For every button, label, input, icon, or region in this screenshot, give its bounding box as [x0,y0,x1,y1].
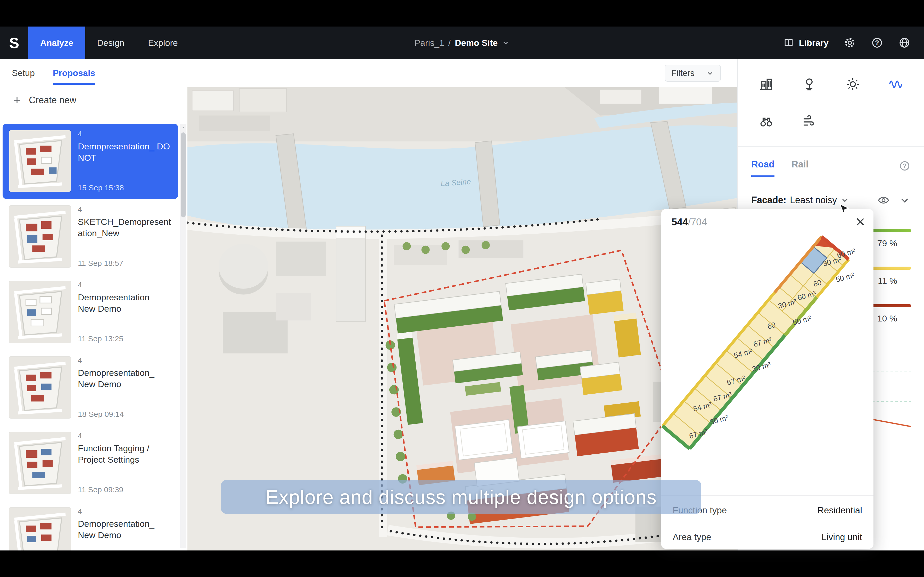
mouse-cursor [838,203,850,215]
eye-icon[interactable] [877,194,890,206]
panel-help-icon[interactable]: ? [899,160,911,172]
sun-icon[interactable] [841,73,865,96]
top-navigation: S Analyze Design Explore Paris_1 / Demo … [0,27,924,59]
noise-icon[interactable] [884,73,908,96]
tab-proposals[interactable]: Proposals [53,68,95,85]
proposal-timestamp: 18 Sep 09:14 [78,410,172,419]
close-icon[interactable] [854,215,867,228]
proposal-thumbnail [9,281,71,343]
proposals-sidebar: Setup Proposals Create new 4 Demopresent… [0,59,187,550]
create-new-button[interactable]: Create new [0,86,187,114]
proposal-count-badge: 4 [78,281,172,289]
proposal-card[interactable]: 4 Demopresentation_ DO NOT 15 Sep 15:38 [3,124,178,199]
scrollbar-thumb[interactable] [181,132,186,218]
filters-label: Filters [671,68,695,78]
breadcrumb[interactable]: Paris_1 / Demo Site [415,27,510,59]
proposal-count-badge: 4 [78,356,172,364]
proposal-thumbnail [9,130,71,192]
nav-right-actions: Library ? [783,37,924,49]
thumbnail-map [9,206,71,267]
create-new-label: Create new [29,95,76,106]
proposal-card[interactable]: 4 Demopresentation_ New Demo 11 Sep 13:2… [3,275,178,350]
proposal-card[interactable]: 4 Demopresentation_ New Demo [3,501,178,550]
proposal-timestamp: 11 Sep 13:25 [78,334,172,343]
breadcrumb-separator: / [448,38,451,48]
thumbnail-map [9,131,71,192]
breadcrumb-project: Paris_1 [415,38,444,48]
proposal-title: Demopresentation_ New Demo [78,367,172,390]
tab-setup[interactable]: Setup [12,68,35,85]
proposal-thumbnail [9,356,71,419]
collapse-chevron-icon[interactable] [899,194,911,206]
tab-rail[interactable]: Rail [792,159,809,177]
facade-label: Facade: [751,195,786,206]
city-map-3d[interactable]: La Seine [187,59,737,550]
proposal-count-badge: 4 [78,205,172,214]
proposal-title: Demopresentation_ New Demo [78,518,172,541]
svg-text:?: ? [875,39,879,47]
proposal-count-badge: 4 [78,507,172,516]
library-button[interactable]: Library [783,37,829,48]
area-type-row: Area type Living unit [661,525,874,549]
library-label: Library [799,38,829,48]
tab-road[interactable]: Road [751,159,774,177]
proposal-thumbnail [9,205,71,268]
proposal-timestamp: 11 Sep 09:39 [78,485,172,494]
scroll-up-icon [181,125,186,130]
microclimate-icon[interactable] [797,73,821,96]
scroll-up-button[interactable] [180,124,186,131]
proposal-title: SKETCH_Demopresentation_New [78,216,172,239]
panel-divider [738,146,924,147]
detail-value: Living unit [821,532,862,542]
proposal-card[interactable]: 4 Demopresentation_ New Demo 18 Sep 09:1… [3,350,178,425]
chevron-down-icon [706,69,714,77]
sidebar-tabs: Setup Proposals [0,59,187,86]
proposal-thumbnail [9,432,71,494]
proposal-count-badge: 4 [78,130,172,138]
detail-label: Area type [673,532,711,542]
proposal-title: Function Tagging / Project Settings [78,443,172,465]
app-window: S Analyze Design Explore Paris_1 / Demo … [0,0,924,577]
proposal-card[interactable]: 4 SKETCH_Demopresentation_New 11 Sep 18:… [3,199,178,275]
thumbnail-map [9,508,71,550]
caption-text: Explore and discuss multiple design opti… [265,486,657,508]
tab-design[interactable]: Design [85,27,136,59]
filters-dropdown[interactable]: Filters [665,64,721,82]
chevron-down-icon [502,39,510,47]
language-globe-icon[interactable] [898,37,911,49]
main-nav-tabs: Analyze Design Explore [28,27,190,59]
video-caption: Explore and discuss multiple design opti… [221,480,701,514]
unit-total: /704 [688,217,707,228]
svg-text:?: ? [903,162,906,169]
tab-analyze[interactable]: Analyze [28,27,85,59]
proposal-timestamp: 11 Sep 18:57 [78,259,172,268]
proposal-timestamp: 15 Sep 15:38 [78,184,172,192]
thumbnail-map [9,281,71,343]
tab-explore[interactable]: Explore [136,27,189,59]
proposal-title: Demopresentation_ DO NOT [78,141,172,163]
map-canvas[interactable]: La Seine [187,59,737,550]
unit-index: 544 [672,217,688,228]
breadcrumb-site: Demo Site [455,38,498,48]
proposal-title: Demopresentation_ New Demo [78,292,172,314]
unit-floorplan[interactable]: 60 m² 30 m² 50 m² 60 60 m² 30 m² 50 m² 6… [661,230,874,469]
proposal-list: 4 Demopresentation_ DO NOT 15 Sep 15:38 … [0,124,187,550]
views-icon[interactable] [754,110,778,133]
wind-icon[interactable] [797,110,821,133]
facade-value: Least noisy [790,195,837,206]
detail-value: Residential [817,505,862,516]
plus-icon [12,95,22,105]
help-icon[interactable]: ? [871,37,883,49]
canvas-top-strip [187,59,737,87]
noise-source-tabs: Road Rail [751,159,809,177]
facade-metric-row[interactable]: Facade: Least noisy [751,192,911,208]
settings-gear-icon[interactable] [843,37,856,49]
thumbnail-map [9,357,71,418]
proposal-count-badge: 4 [78,432,172,440]
proposal-card[interactable]: 4 Function Tagging / Project Settings 11… [3,425,178,501]
buildings-icon[interactable] [754,73,778,96]
book-icon [783,37,794,48]
app-logo: S [0,34,28,52]
sidebar-scrollbar[interactable] [180,124,186,548]
proposal-thumbnail [9,507,71,550]
